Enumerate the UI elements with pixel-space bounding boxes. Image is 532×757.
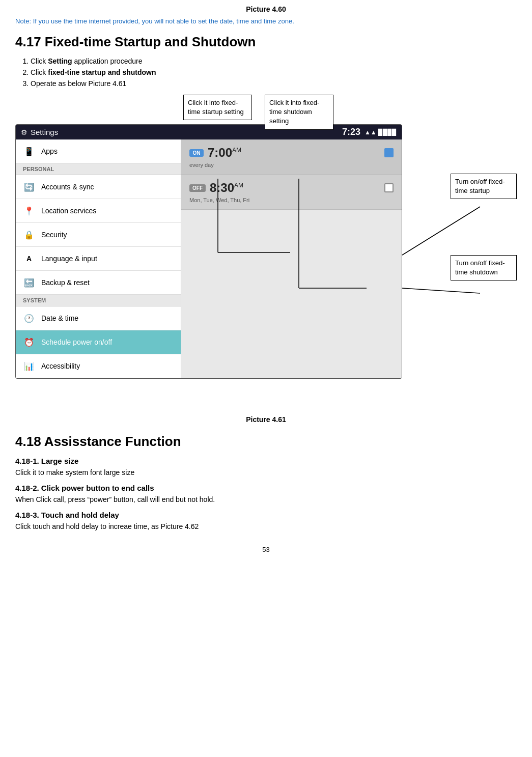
settings-item-language[interactable]: A Language & input bbox=[16, 247, 181, 271]
apps-label: Apps bbox=[41, 147, 58, 155]
screen-wrapper: ⚙ Settings 7:23 ▲▲ ▉▉▉▉ 📱 Apps PERSONAL bbox=[15, 124, 402, 379]
page-title: Picture 4.60 bbox=[15, 5, 517, 13]
schedule-entry-2: OFF 8:30AM Mon, Tue, Wed, Thu, Fri bbox=[181, 175, 402, 210]
system-section-label: SYSTEM bbox=[16, 295, 181, 306]
datetime-icon: 🕐 bbox=[23, 312, 35, 324]
diagram-area: Click it into fixed-time startup setting… bbox=[15, 95, 517, 410]
entry-2-toggle[interactable]: OFF bbox=[189, 184, 206, 192]
settings-icon: ⚙ bbox=[21, 128, 27, 136]
schedule-entry-1: ON 7:00AM every day bbox=[181, 139, 402, 175]
sub1-text: Click it to make system font large size bbox=[15, 468, 517, 476]
instruction-3: Operate as below Picture 4.61 bbox=[31, 79, 517, 88]
settings-item-security[interactable]: 🔒 Security bbox=[16, 223, 181, 247]
status-time: 7:23 bbox=[342, 127, 360, 137]
personal-label: PERSONAL bbox=[23, 166, 54, 172]
callout-shutdown-top: Click it into fixed-time shutdown settin… bbox=[265, 95, 333, 130]
section-418-heading: 4.18 Assisstance Function bbox=[15, 434, 517, 450]
instruction-1: Click Setting application procedure bbox=[31, 57, 517, 65]
sub3-text: Click touch and hold delay to increae ti… bbox=[15, 522, 517, 530]
instruction-2: Click fixed-tine startup and shutdown bbox=[31, 68, 517, 76]
status-icons: ▲▲ ▉▉▉▉ bbox=[365, 129, 397, 136]
settings-item-accounts[interactable]: 🔄 Accounts & sync bbox=[16, 175, 181, 199]
backup-label: Backup & reset bbox=[41, 278, 90, 287]
sub2-heading: 4.18-2. Click power button to end calls bbox=[15, 484, 517, 492]
personal-section-label: PERSONAL bbox=[16, 163, 181, 175]
phone-screen: ⚙ Settings 7:23 ▲▲ ▉▉▉▉ 📱 Apps PERSONAL bbox=[15, 124, 402, 379]
location-label: Location services bbox=[41, 207, 96, 215]
schedule-panel: ON 7:00AM every day OFF 8:30AM bbox=[181, 139, 402, 378]
entry-1-time: 7:00AM bbox=[208, 146, 241, 160]
entry-1-ampm: AM bbox=[232, 147, 241, 154]
settings-list: 📱 Apps PERSONAL 🔄 Accounts & sync 📍 Loca… bbox=[16, 139, 181, 378]
settings-item-location[interactable]: 📍 Location services bbox=[16, 199, 181, 223]
svg-line-4 bbox=[402, 207, 480, 255]
accessibility-label: Accessibility bbox=[41, 362, 80, 370]
schedule-label: Schedule power on/off bbox=[41, 338, 112, 346]
schedule-icon: ⏰ bbox=[23, 336, 35, 348]
entry-2-ampm: AM bbox=[234, 182, 243, 189]
language-label: Language & input bbox=[41, 255, 97, 263]
sub2-text: When Click call, press “power” button, c… bbox=[15, 495, 517, 503]
app-name: Settings bbox=[31, 128, 58, 136]
entry-1-header: ON 7:00AM bbox=[189, 146, 394, 160]
settings-item-backup[interactable]: 🔙 Backup & reset bbox=[16, 271, 181, 295]
datetime-label: Date & time bbox=[41, 314, 78, 322]
svg-line-5 bbox=[402, 288, 480, 293]
picture-caption-461: Picture 4.61 bbox=[15, 415, 517, 424]
settings-item-accessibility[interactable]: 📊 Accessibility bbox=[16, 354, 181, 378]
page-number: 53 bbox=[15, 546, 517, 553]
apps-icon: 📱 bbox=[23, 145, 35, 157]
entry-2-header: OFF 8:30AM bbox=[189, 181, 394, 195]
settings-item-datetime[interactable]: 🕐 Date & time bbox=[16, 306, 181, 330]
sub3-heading: 4.18-3. Touch and hold delay bbox=[15, 511, 517, 519]
entry-1-checkbox[interactable] bbox=[384, 148, 394, 157]
accounts-label: Accounts & sync bbox=[41, 183, 94, 191]
system-label: SYSTEM bbox=[23, 297, 46, 303]
instructions-list: Click Setting application procedure Clic… bbox=[15, 57, 517, 88]
sub1-heading: 4.18-1. Large size bbox=[15, 457, 517, 465]
entry-1-freq: every day bbox=[189, 162, 394, 168]
callout-turn-shutdown: Turn on/off fixed-time shutdown bbox=[451, 255, 517, 281]
entry-2-freq: Mon, Tue, Wed, Thu, Fri bbox=[189, 197, 394, 203]
accessibility-icon: 📊 bbox=[23, 360, 35, 372]
backup-icon: 🔙 bbox=[23, 276, 35, 289]
location-icon: 📍 bbox=[23, 205, 35, 217]
note-text: Note: If you use the time internet provi… bbox=[15, 17, 517, 25]
entry-1-toggle[interactable]: ON bbox=[189, 149, 204, 157]
status-bar: ⚙ Settings 7:23 ▲▲ ▉▉▉▉ bbox=[16, 125, 402, 139]
section-417-heading: 4.17 Fixed-time Startup and Shutdown bbox=[15, 34, 517, 50]
callout-startup: Click it into fixed-time startup setting bbox=[183, 95, 252, 120]
entry-2-time: 8:30AM bbox=[210, 181, 243, 195]
security-label: Security bbox=[41, 231, 67, 239]
language-icon: A bbox=[23, 253, 35, 265]
entry-2-checkbox[interactable] bbox=[384, 183, 394, 192]
settings-item-schedule[interactable]: ⏰ Schedule power on/off bbox=[16, 330, 181, 354]
settings-item-apps[interactable]: 📱 Apps bbox=[16, 139, 181, 163]
callout-turn-startup: Turn on/off fixed-time startup bbox=[451, 174, 517, 199]
settings-content: 📱 Apps PERSONAL 🔄 Accounts & sync 📍 Loca… bbox=[16, 139, 402, 378]
security-icon: 🔒 bbox=[23, 229, 35, 241]
accounts-icon: 🔄 bbox=[23, 181, 35, 193]
